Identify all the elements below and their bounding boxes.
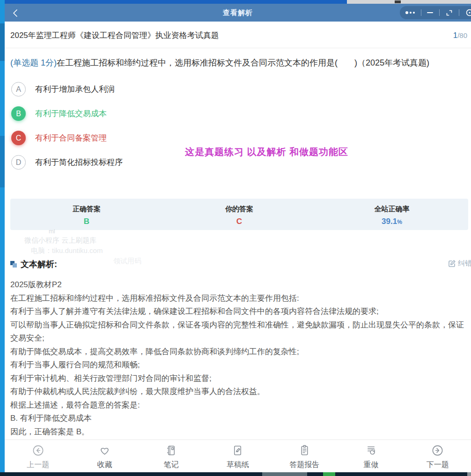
analysis-heading: 文本解析: [10, 259, 471, 270]
toolbar-notes[interactable]: 笔记 [138, 440, 205, 472]
option-d-badge: D [11, 155, 26, 170]
analysis-line: 在工程施工招标和缔约过程中，选用标准招标文件及合同示范文本的主要作用包括: [10, 292, 469, 305]
analysis-line: 因此，正确答案是 B。 [10, 425, 469, 439]
question-text: 在工程施工招标和缔约过程中，选用标准招标文件及合同示范文本的作用是( )（202… [57, 58, 429, 67]
analysis-line: 2025版教材P2 [10, 278, 469, 292]
option-a[interactable]: A 有利于增加承包人利润 [11, 82, 471, 97]
exam-title-row: 2025年监理工程师《建设工程合同管理》执业资格考试真题 1/80 [5, 22, 471, 48]
toolbar-draft-paper[interactable]: 草稿纸 [205, 440, 271, 472]
draft-paper-icon [231, 444, 244, 457]
your-answer-column: 你的答案 C [163, 199, 316, 230]
restore-icon[interactable] [445, 9, 453, 17]
option-c-badge: C [11, 131, 26, 145]
back-button[interactable] [11, 8, 21, 18]
analysis-heading-text: 文本解析: [21, 259, 57, 270]
toolbar-redo[interactable]: 重做 [338, 440, 404, 472]
correction-label: 纠错 [458, 259, 471, 268]
correct-answer-column: 正确答案 B [10, 199, 163, 230]
window-controls-capsule [400, 6, 471, 19]
option-b-badge: B [11, 106, 26, 121]
minimize-icon[interactable] [427, 12, 433, 13]
site-rate-value: 39.1% [316, 217, 468, 226]
left-edge-texture [0, 23, 5, 61]
site-rate-label: 全站正确率 [316, 205, 468, 214]
taskbar-icon-fragment [467, 472, 471, 476]
redo-icon [365, 444, 377, 457]
toolbar-notes-label: 笔记 [164, 460, 179, 470]
option-c-label: 有利于合同备案管理 [35, 133, 107, 143]
analysis-header: 文本解析: 纠错 [10, 259, 471, 272]
toolbar-next-label: 下一题 [427, 460, 449, 470]
site-rate-column: 全站正确率 39.1% [316, 199, 468, 230]
correct-answer-label: 正确答案 [10, 205, 163, 214]
analysis-line: 可以帮助当事人正确拟定招标和合同文件条款，保证各项内容的完整性和准确性，避免缺款… [10, 319, 469, 345]
capsule-divider [421, 9, 421, 16]
analysis-line: 有助于降低交易成本，提高交易效率，降低合同条款协商和谈判缔约工作的复杂性; [10, 345, 469, 359]
toolbar-favorite-label: 收藏 [97, 460, 112, 470]
watermark-line: 电脑：tiku.duntiku.com [31, 246, 103, 255]
edit-icon [448, 260, 456, 268]
notebook-icon [165, 444, 177, 457]
option-b[interactable]: B 有利于降低交易成本 [11, 106, 471, 121]
more-icon[interactable] [405, 11, 415, 14]
analysis-line: 有利于当事人履行合同的规范和顺畅; [10, 358, 469, 372]
toolbar-prev-question[interactable]: 上一题 [5, 440, 71, 472]
your-answer-label: 你的答案 [163, 205, 316, 214]
toolbar-report-label: 答题报告 [289, 460, 319, 470]
toolbar-prev-label: 上一题 [27, 460, 49, 470]
your-answer-value: C [163, 217, 316, 226]
analysis-line: 有利于当事人了解并遵守有关法律法规，确保建设工程招标和合同文件中的各项内容符合法… [10, 305, 469, 319]
background-window-left-edge [0, 0, 5, 476]
analysis-line: B. 有利于降低交易成本 [10, 412, 469, 425]
correct-answer-value: B [10, 217, 163, 226]
capsule-divider [459, 9, 459, 16]
left-edge-texture [0, 136, 5, 187]
heart-icon [98, 444, 111, 457]
site-rate-unit: % [397, 219, 402, 225]
annotation-note: 这是真题练习 以及解析 和做题功能区 [185, 146, 348, 158]
toolbar-redo-label: 重做 [364, 460, 379, 470]
option-a-label: 有利于增加承包人利润 [35, 84, 115, 95]
site-rate-number: 39.1 [382, 217, 397, 226]
analysis-line: 有助于仲裁机构或人民法院裁判纠纷，最大限度维护当事人的合法权益。 [10, 385, 469, 399]
analysis-squares-icon [10, 261, 17, 268]
taskbar-edge [0, 472, 471, 476]
chevron-left-icon [11, 8, 21, 18]
toolbar-favorite[interactable]: 收藏 [71, 440, 138, 472]
toolbar-draft-label: 草稿纸 [227, 460, 249, 470]
counter-current: 1 [453, 31, 457, 40]
app-header: 查看解析 [5, 4, 471, 22]
option-c[interactable]: C 有利于合同备案管理 [11, 131, 471, 145]
question-counter: 1/80 [453, 31, 467, 40]
prev-circle-arrow-icon [32, 444, 44, 457]
question-type-tag: (单选题 1分) [10, 58, 57, 67]
toolbar-report[interactable]: 答题报告 [271, 440, 338, 472]
counter-total: /80 [457, 31, 467, 39]
capsule-divider [439, 9, 440, 16]
watermark-line: 微信小程序 云上刷题库 [24, 236, 96, 245]
analysis-line: 根据上述描述，最符合题意的答案是: [10, 399, 469, 412]
correction-button[interactable]: 纠错 [448, 259, 471, 268]
report-clipboard-icon [298, 444, 311, 457]
exam-title: 2025年监理工程师《建设工程合同管理》执业资格考试真题 [10, 30, 219, 41]
option-d-label: 有利于简化招标投标程序 [35, 157, 123, 168]
option-a-badge: A [11, 82, 26, 97]
background-window-top-mark [395, 0, 401, 3]
analysis-line: 有利于审计机构、相关行政管理部门对合同的审计和监督; [10, 372, 469, 386]
option-b-label: 有利于降低交易成本 [35, 108, 107, 119]
exam-app-window: 查看解析 2025年监理工程师《建设工程合同管理》执业资格考试真题 1/80 (… [5, 4, 471, 472]
next-circle-arrow-icon [431, 444, 444, 457]
answer-summary-panel: 正确答案 B 你的答案 C 全站正确率 39.1% [10, 199, 468, 230]
background-window-top-edge-light [347, 0, 471, 4]
analysis-body: 2025版教材P2 在工程施工招标和缔约过程中，选用标准招标文件及合同示范文本的… [10, 278, 469, 439]
toolbar-next-question[interactable]: 下一题 [405, 440, 471, 472]
bottom-toolbar: 上一题 收藏 笔记 草稿纸 [5, 439, 471, 472]
question-text-block: (单选题 1分)在工程施工招标和缔约过程中，选用标准招标文件及合同示范文本的作用… [5, 48, 471, 71]
taskbar-icon-fragment [262, 472, 307, 476]
target-icon[interactable] [465, 8, 471, 17]
taskbar-icon-fragment [323, 472, 335, 476]
